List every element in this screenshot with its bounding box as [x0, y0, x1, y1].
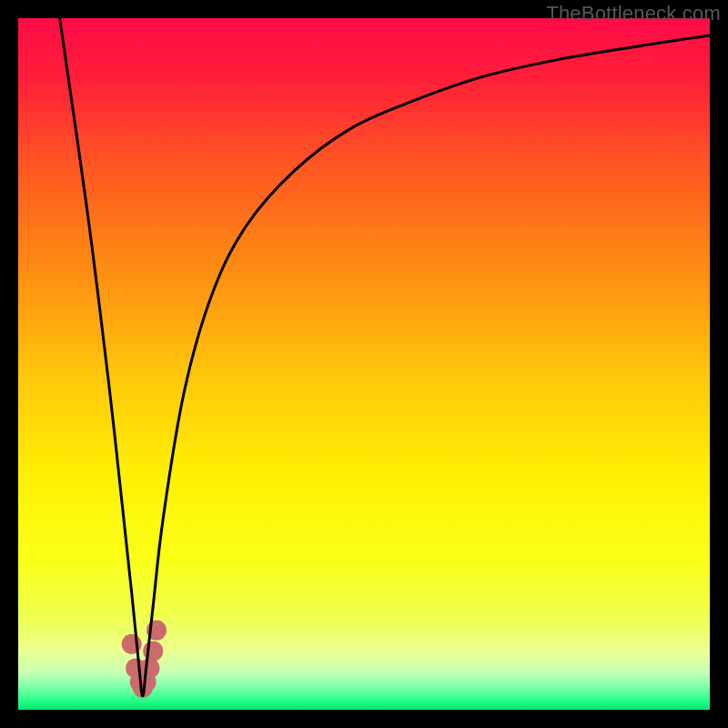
chart-frame: TheBottleneck.com	[0, 0, 728, 728]
marker-dot	[139, 658, 159, 678]
bottleneck-chart	[18, 18, 710, 710]
plot-area	[18, 18, 710, 710]
watermark-text: TheBottleneck.com	[546, 2, 721, 25]
